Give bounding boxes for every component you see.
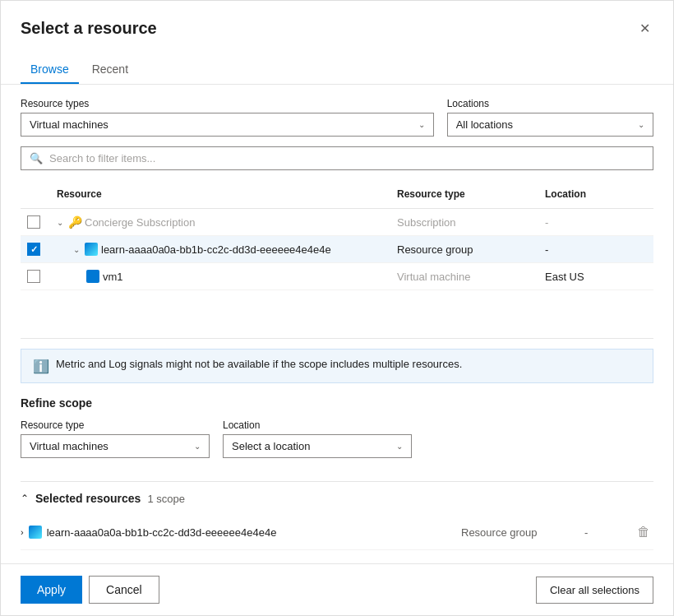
resource-type-label: Resource types: [21, 98, 434, 109]
th-checkbox: [21, 183, 50, 205]
resource-type-value: Virtual machines: [30, 118, 108, 131]
info-text: Metric and Log signals might not be avai…: [56, 358, 462, 370]
selected-rg-icon: [29, 526, 42, 539]
footer-left: Apply Cancel: [21, 576, 159, 604]
row-location-cell: -: [538, 237, 653, 262]
select-resource-dialog: Select a resource ✕ Browse Recent Resour…: [0, 0, 674, 616]
refine-resource-type-chevron-icon: ⌄: [194, 442, 201, 451]
dialog-title: Select a resource: [21, 19, 157, 38]
row-checkbox[interactable]: [27, 243, 40, 256]
row-name: Concierge Subscription: [85, 216, 195, 229]
row-checkbox-cell: [21, 209, 50, 235]
row-name: vm1: [103, 271, 123, 283]
refine-resource-type-value: Virtual machines: [30, 440, 108, 452]
dialog-footer: Apply Cancel Clear all selections: [1, 563, 673, 615]
th-location: Location: [538, 183, 653, 205]
refine-location-chevron-icon: ⌄: [396, 442, 403, 451]
subscription-icon: 🔑: [68, 215, 81, 229]
tab-bar: Browse Recent: [1, 46, 673, 85]
close-button[interactable]: ✕: [636, 17, 653, 39]
selected-resource-name: › learn-aaaa0a0a-bb1b-cc2c-dd3d-eeeeee4e…: [21, 526, 461, 539]
filters-row: Resource types Virtual machines ⌄ Locati…: [21, 98, 653, 137]
selected-resources-section: ⌃ Selected resources 1 scope › learn-aaa…: [21, 492, 653, 550]
row-type-cell: Virtual machine: [390, 264, 538, 289]
locations-chevron-icon: ⌄: [638, 120, 644, 129]
cancel-button[interactable]: Cancel: [89, 576, 159, 604]
th-resource-type: Resource type: [390, 183, 538, 205]
refine-location-dropdown[interactable]: Select a location ⌄: [223, 434, 412, 458]
selected-resource-name-text: learn-aaaa0a0a-bb1b-cc2c-dd3d-eeeeee4e4e…: [47, 526, 277, 539]
locations-filter: Locations All locations ⌄: [447, 98, 653, 137]
info-banner: ℹ️ Metric and Log signals might not be a…: [21, 349, 653, 383]
table-header: Resource Resource type Location: [21, 180, 653, 209]
selected-resource-type: Resource group: [461, 526, 584, 539]
dialog-header: Select a resource ✕: [1, 1, 673, 39]
dialog-body: Resource types Virtual machines ⌄ Locati…: [1, 85, 673, 563]
locations-value: All locations: [456, 118, 513, 131]
delete-resource-icon[interactable]: 🗑: [634, 521, 653, 543]
resource-table: Resource Resource type Location ⌄ 🔑 Conc…: [21, 180, 653, 290]
selected-resources-header[interactable]: ⌃ Selected resources 1 scope: [21, 492, 653, 505]
row-location-cell: -: [538, 210, 653, 235]
refine-resource-type-group: Resource type Virtual machines ⌄: [21, 419, 210, 458]
info-icon: ℹ️: [33, 359, 49, 374]
selected-resource-row: › learn-aaaa0a0a-bb1b-cc2c-dd3d-eeeeee4e…: [21, 515, 653, 550]
refine-location-label: Location: [223, 419, 412, 431]
resource-type-chevron-icon: ⌄: [418, 120, 425, 129]
tab-browse[interactable]: Browse: [21, 56, 79, 84]
selected-resources-title: Selected resources: [35, 492, 141, 505]
refine-scope-title: Refine scope: [21, 396, 653, 410]
row-name: learn-aaaa0a0a-bb1b-cc2c-dd3d-eeeeee4e4e…: [101, 243, 331, 256]
row-type-cell: Subscription: [390, 210, 538, 235]
table-row[interactable]: vm1 Virtual machine East US: [21, 263, 653, 290]
table-row[interactable]: ⌄ 🔑 Concierge Subscription Subscription …: [21, 209, 653, 236]
vm-icon: [86, 270, 99, 283]
clear-all-button[interactable]: Clear all selections: [536, 577, 653, 604]
expand-chevron-icon: ›: [21, 527, 24, 537]
row-location-cell: East US: [538, 264, 653, 289]
locations-dropdown[interactable]: All locations ⌄: [447, 113, 653, 137]
locations-label: Locations: [447, 98, 653, 109]
search-box: 🔍: [21, 146, 653, 170]
divider-2: [21, 481, 653, 482]
expand-icon[interactable]: ⌄: [73, 245, 80, 254]
row-name-cell: ⌄ learn-aaaa0a0a-bb1b-cc2c-dd3d-eeeeee4e…: [50, 236, 390, 262]
th-resource: Resource: [50, 183, 390, 205]
expand-icon[interactable]: ⌄: [57, 218, 63, 227]
refine-scope-section: Refine scope Resource type Virtual machi…: [21, 396, 653, 471]
selected-resource-location: -: [584, 526, 634, 539]
apply-button[interactable]: Apply: [21, 576, 82, 604]
refine-location-group: Location Select a location ⌄: [223, 419, 412, 458]
tab-recent[interactable]: Recent: [82, 56, 138, 84]
row-checkbox[interactable]: [27, 270, 40, 283]
refine-row: Resource type Virtual machines ⌄ Locatio…: [21, 419, 653, 458]
search-icon: 🔍: [30, 152, 43, 164]
selected-count-badge: 1 scope: [147, 493, 185, 505]
selected-resources-chevron-icon: ⌃: [21, 493, 29, 504]
divider-1: [21, 338, 653, 339]
search-input[interactable]: [49, 152, 644, 164]
row-checkbox-cell: [21, 236, 50, 262]
row-type-cell: Resource group: [390, 237, 538, 262]
refine-resource-type-label: Resource type: [21, 419, 210, 431]
row-checkbox-cell: [21, 263, 50, 289]
resource-group-icon: [85, 243, 98, 256]
resource-type-filter: Resource types Virtual machines ⌄: [21, 98, 434, 137]
resource-type-dropdown[interactable]: Virtual machines ⌄: [21, 113, 434, 137]
row-name-cell: ⌄ 🔑 Concierge Subscription: [50, 209, 390, 235]
table-row[interactable]: ⌄ learn-aaaa0a0a-bb1b-cc2c-dd3d-eeeeee4e…: [21, 236, 653, 263]
row-checkbox[interactable]: [27, 215, 40, 229]
refine-location-placeholder: Select a location: [232, 440, 310, 452]
row-name-cell: vm1: [50, 263, 390, 289]
refine-resource-type-dropdown[interactable]: Virtual machines ⌄: [21, 434, 210, 458]
